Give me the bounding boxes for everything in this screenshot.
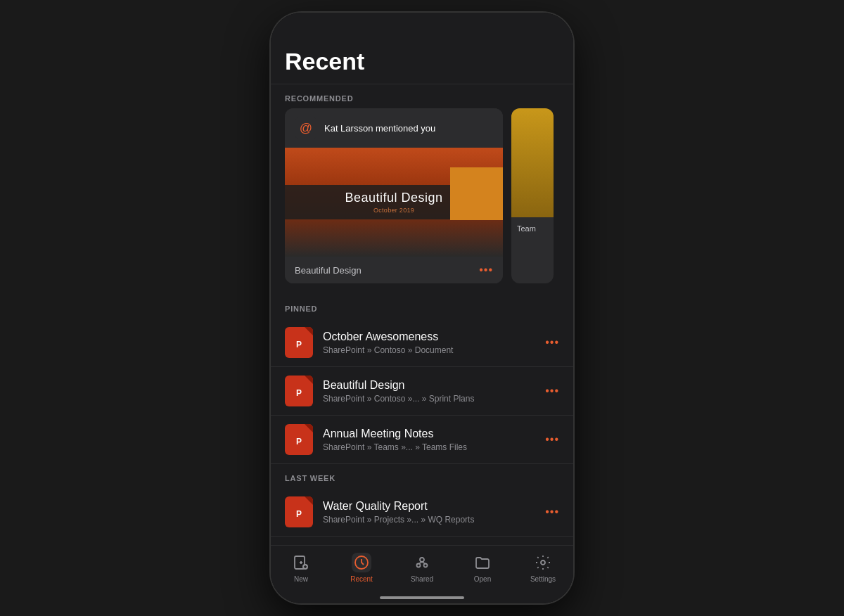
nav-item-open[interactable]: Open <box>452 553 513 583</box>
card-secondary-preview <box>511 108 554 217</box>
card-more-button[interactable]: ••• <box>479 264 493 276</box>
list-item-water-quality[interactable]: P Water Quality Report SharePoint » Proj… <box>271 488 573 537</box>
item-info-4: Water Quality Report SharePoint » Projec… <box>323 500 535 525</box>
page-title: Recent <box>285 48 559 75</box>
svg-line-11 <box>422 562 426 564</box>
list-item-october-awesomeness[interactable]: P October Awesomeness SharePoint » Conto… <box>271 319 573 367</box>
item-info: October Awesomeness SharePoint » Contoso… <box>323 331 535 355</box>
nav-item-shared[interactable]: Shared <box>392 553 452 583</box>
item-name-3: Annual Meeting Notes <box>323 428 535 440</box>
svg-point-7 <box>420 558 424 562</box>
file-icon-ppt-3: P <box>285 424 313 455</box>
item-more-button-4[interactable]: ••• <box>545 506 559 518</box>
ppt-letter-2: P <box>296 388 302 398</box>
phone-frame: Recent RECOMMENDED @ Kat Larsson mention… <box>271 13 573 603</box>
nav-label-open: Open <box>474 575 491 583</box>
nav-label-settings: Settings <box>530 575 556 583</box>
card-secondary-footer: Team <box>511 217 554 240</box>
nav-item-new[interactable]: New <box>271 553 331 583</box>
card-beautiful-design[interactable]: @ Kat Larsson mentioned you Beautiful De… <box>285 108 503 283</box>
item-more-button[interactable]: ••• <box>545 336 559 349</box>
svg-point-12 <box>541 560 545 565</box>
item-path-2: SharePoint » Contoso »... » Sprint Plans <box>323 394 535 404</box>
last-week-label: LAST WEEK <box>271 464 573 488</box>
open-icon <box>473 553 492 572</box>
item-info-2: Beautiful Design SharePoint » Contoso ».… <box>323 379 535 404</box>
item-info-3: Annual Meeting Notes SharePoint » Teams … <box>323 428 535 452</box>
notification-text: Kat Larsson mentioned you <box>324 123 435 134</box>
file-icon-ppt-2: P <box>285 376 313 406</box>
item-path: SharePoint » Contoso » Document <box>323 345 535 355</box>
list-item-annual-meeting[interactable]: P Annual Meeting Notes SharePoint » Team… <box>271 416 573 464</box>
svg-line-10 <box>418 562 422 564</box>
pinned-label: PINNED <box>271 295 573 319</box>
nav-label-shared: Shared <box>411 575 433 583</box>
nav-item-recent[interactable]: Recent <box>331 553 392 583</box>
ppt-letter-4: P <box>296 509 302 519</box>
scroll-area[interactable]: RECOMMENDED @ Kat Larsson mentioned you … <box>271 84 573 545</box>
card-team-illu[interactable]: Team <box>511 108 554 283</box>
card-name: Beautiful Design <box>295 265 362 276</box>
file-icon-ppt: P <box>285 327 313 358</box>
team-label: Team <box>517 224 536 233</box>
settings-icon <box>533 553 553 572</box>
home-indicator <box>380 596 464 599</box>
recommended-label: RECOMMENDED <box>271 84 573 108</box>
list-item-wwp[interactable]: P WWP Mobile Training... ••• <box>271 537 573 545</box>
bd-preview-bg: Beautiful Design October 2019 <box>285 148 503 257</box>
new-icon <box>291 553 311 572</box>
at-icon: @ <box>295 117 317 139</box>
file-icon-ppt-4: P <box>285 496 313 527</box>
item-name-4: Water Quality Report <box>323 500 535 513</box>
card-notification: @ Kat Larsson mentioned you <box>285 108 503 148</box>
card-preview: Beautiful Design October 2019 <box>285 148 503 257</box>
item-more-button-2[interactable]: ••• <box>545 385 559 397</box>
item-more-button-3[interactable]: ••• <box>545 433 559 446</box>
screen: Recent RECOMMENDED @ Kat Larsson mention… <box>271 13 573 603</box>
item-name: October Awesomeness <box>323 331 535 343</box>
nav-item-settings[interactable]: Settings <box>513 553 573 583</box>
svg-point-9 <box>424 564 428 567</box>
shared-icon <box>412 553 432 572</box>
recent-icon <box>352 553 371 572</box>
header: Recent <box>271 13 573 84</box>
ppt-letter: P <box>296 340 302 349</box>
item-name-2: Beautiful Design <box>323 379 535 392</box>
card-footer: Beautiful Design ••• <box>285 257 503 283</box>
ppt-letter-3: P <box>296 437 302 447</box>
list-item-beautiful-design[interactable]: P Beautiful Design SharePoint » Contoso … <box>271 367 573 416</box>
cards-container: @ Kat Larsson mentioned you Beautiful De… <box>271 108 573 295</box>
bottom-nav: New Recent <box>271 545 573 603</box>
bd-accent-box <box>450 167 503 220</box>
item-path-4: SharePoint » Projects »... » WQ Reports <box>323 515 535 525</box>
nav-label-recent: Recent <box>350 575 373 583</box>
nav-label-new: New <box>294 575 308 583</box>
svg-point-8 <box>417 564 421 567</box>
item-path-3: SharePoint » Teams »... » Teams Files <box>323 442 535 452</box>
